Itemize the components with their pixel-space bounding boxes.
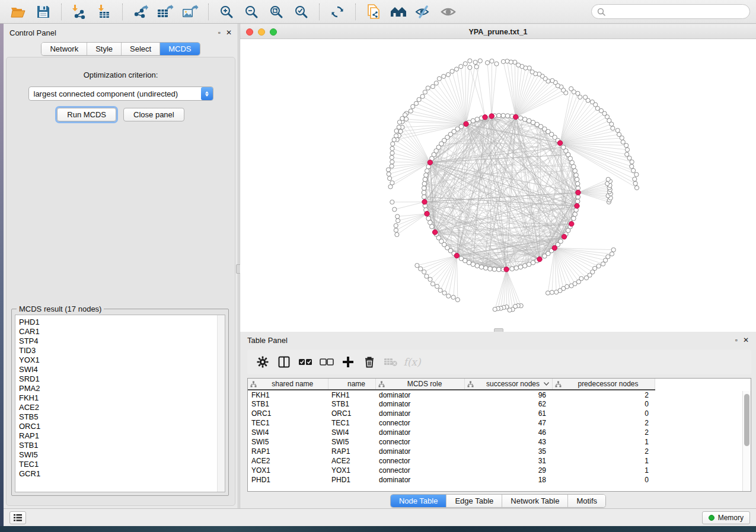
table-cell[interactable]: 1 bbox=[552, 466, 655, 475]
leaf-node[interactable] bbox=[583, 95, 588, 100]
hide-selected-icon[interactable] bbox=[413, 2, 433, 21]
mcds-node-item[interactable]: RAP1 bbox=[19, 431, 225, 441]
memory-button[interactable]: Memory bbox=[702, 511, 750, 524]
leaf-node[interactable] bbox=[435, 284, 439, 289]
table-cell[interactable]: FKH1 bbox=[248, 390, 328, 399]
table-cell[interactable]: dominator bbox=[375, 428, 464, 437]
leaf-node[interactable] bbox=[393, 207, 397, 211]
zoom-out-icon[interactable] bbox=[241, 2, 261, 21]
mcds-dominator-node[interactable] bbox=[576, 190, 580, 195]
ring-node[interactable] bbox=[430, 225, 435, 229]
table-scrollbar[interactable] bbox=[742, 391, 751, 491]
table-row[interactable]: RAP1RAP1dominator352 bbox=[248, 447, 655, 456]
ring-node[interactable] bbox=[572, 216, 576, 221]
mcds-dominator-node[interactable] bbox=[552, 245, 557, 250]
leaf-node[interactable] bbox=[611, 126, 615, 130]
ring-node[interactable] bbox=[501, 113, 506, 118]
close-panel-icon[interactable]: ✕ bbox=[743, 336, 749, 344]
import-table-icon[interactable] bbox=[94, 2, 114, 21]
table-row[interactable]: ACE2ACE2connector311 bbox=[248, 456, 655, 466]
ring-node[interactable] bbox=[575, 199, 580, 204]
leaf-node[interactable] bbox=[392, 137, 396, 142]
table-cell[interactable]: 96 bbox=[464, 390, 552, 399]
leaf-node[interactable] bbox=[455, 297, 460, 302]
ring-node[interactable] bbox=[576, 186, 580, 191]
ring-node[interactable] bbox=[575, 177, 579, 182]
ring-node[interactable] bbox=[505, 114, 510, 118]
search-box[interactable] bbox=[591, 4, 750, 19]
mcds-dominator-node[interactable] bbox=[454, 253, 459, 258]
select-all-icon[interactable] bbox=[296, 352, 315, 371]
leaf-node[interactable] bbox=[451, 295, 455, 299]
ring-node[interactable] bbox=[522, 117, 527, 122]
table-cell[interactable]: 62 bbox=[464, 399, 552, 409]
run-mcds-button[interactable]: Run MCDS bbox=[57, 108, 116, 121]
table-cell[interactable]: 0 bbox=[552, 399, 655, 409]
leaf-node[interactable] bbox=[394, 134, 398, 138]
ring-node[interactable] bbox=[522, 264, 527, 268]
leaf-node[interactable] bbox=[428, 277, 432, 281]
mcds-dominator-node[interactable] bbox=[557, 140, 562, 145]
table-cell[interactable]: STB1 bbox=[248, 399, 328, 409]
leaf-node[interactable] bbox=[530, 70, 534, 74]
table-cell[interactable]: SWI5 bbox=[248, 437, 328, 447]
leaf-node[interactable] bbox=[606, 177, 610, 181]
ring-node[interactable] bbox=[518, 265, 523, 270]
table-row[interactable]: TEC1TEC1connector472 bbox=[248, 418, 655, 428]
table-cell[interactable]: TEC1 bbox=[328, 418, 375, 428]
mcds-node-item[interactable]: SRD1 bbox=[19, 374, 225, 384]
leaf-node[interactable] bbox=[454, 67, 458, 71]
leaf-node[interactable] bbox=[450, 69, 454, 73]
ring-node[interactable] bbox=[559, 239, 563, 244]
mcds-dominator-node[interactable] bbox=[489, 114, 494, 118]
ring-node[interactable] bbox=[479, 265, 484, 270]
leaf-node[interactable] bbox=[390, 200, 394, 204]
table-cell[interactable]: connector bbox=[375, 466, 464, 475]
table-cell[interactable]: dominator bbox=[375, 447, 464, 456]
leaf-node[interactable] bbox=[388, 177, 392, 181]
leaf-node[interactable] bbox=[478, 59, 482, 63]
column-header-mcds-role[interactable]: MCDS role bbox=[375, 379, 464, 390]
table-cell[interactable]: ACE2 bbox=[328, 456, 375, 466]
mcds-node-item[interactable]: ACE2 bbox=[19, 403, 225, 412]
mcds-dominator-node[interactable] bbox=[428, 160, 432, 165]
leaf-node[interactable] bbox=[546, 291, 550, 295]
leaf-node[interactable] bbox=[397, 125, 401, 129]
close-panel-icon[interactable]: ✕ bbox=[226, 29, 232, 36]
leaf-node[interactable] bbox=[422, 270, 426, 274]
leaf-node[interactable] bbox=[395, 232, 399, 236]
refresh-icon[interactable] bbox=[327, 2, 347, 21]
mcds-dominator-node[interactable] bbox=[513, 114, 518, 119]
leaf-node[interactable] bbox=[417, 98, 421, 102]
mcds-node-item[interactable]: SWI5 bbox=[19, 450, 225, 460]
ring-node[interactable] bbox=[575, 181, 580, 186]
leaf-node[interactable] bbox=[403, 113, 407, 117]
leaf-node[interactable] bbox=[590, 100, 594, 104]
leaf-node[interactable] bbox=[398, 129, 403, 133]
table-cell[interactable]: 2 bbox=[552, 428, 655, 437]
ring-node[interactable] bbox=[423, 177, 428, 182]
leaf-node[interactable] bbox=[474, 65, 479, 69]
ring-node[interactable] bbox=[475, 264, 480, 268]
table-cell[interactable]: PHD1 bbox=[248, 475, 328, 485]
table-cell[interactable]: 2 bbox=[552, 447, 655, 456]
zoom-in-icon[interactable] bbox=[216, 2, 237, 21]
table-cell[interactable]: dominator bbox=[375, 475, 464, 485]
ring-node[interactable] bbox=[518, 116, 523, 121]
tab-network-table[interactable]: Network Table bbox=[502, 495, 568, 507]
ring-node[interactable] bbox=[422, 186, 426, 191]
add-column-icon[interactable] bbox=[339, 352, 358, 371]
leaf-node[interactable] bbox=[390, 146, 394, 150]
open-file-icon[interactable] bbox=[8, 2, 28, 21]
table-row[interactable]: STB1STB1dominator620 bbox=[248, 399, 655, 409]
leaf-node[interactable] bbox=[596, 264, 601, 268]
leaf-node[interactable] bbox=[442, 291, 446, 295]
table-cell[interactable]: connector bbox=[375, 456, 464, 466]
leaf-node[interactable] bbox=[411, 104, 415, 108]
leaf-node[interactable] bbox=[419, 267, 423, 271]
table-cell[interactable]: 0 bbox=[552, 475, 655, 485]
tab-network[interactable]: Network bbox=[42, 43, 87, 55]
task-history-button[interactable] bbox=[9, 511, 26, 524]
column-header-name[interactable]: name bbox=[328, 379, 375, 390]
mcds-dominator-node[interactable] bbox=[504, 267, 509, 272]
